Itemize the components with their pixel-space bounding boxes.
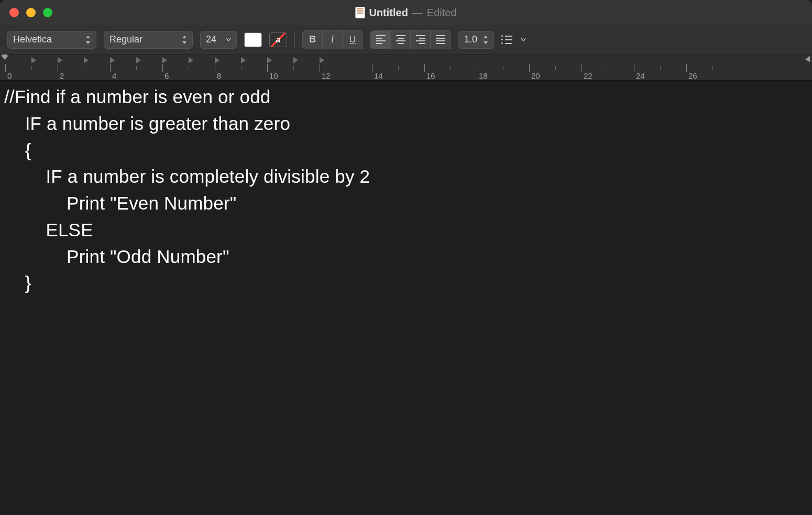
tab-stop-marker[interactable]: [110, 57, 115, 63]
ruler-label: 6: [164, 71, 169, 80]
ruler-tick-major: [529, 64, 530, 72]
align-right-button[interactable]: [411, 31, 431, 49]
ruler-tick-major: [581, 64, 582, 72]
ruler-tab-row: [0, 54, 812, 65]
ruler-tick-major: [372, 64, 372, 72]
ruler-tick-minor: [346, 66, 346, 70]
text-format-group: B I U: [302, 30, 363, 49]
alignment-group: [370, 30, 451, 49]
toolbar-separator: [294, 32, 295, 47]
tab-stop-marker[interactable]: [189, 57, 193, 63]
chevron-updown-icon: [182, 36, 187, 44]
bold-label: B: [309, 34, 316, 45]
list-style-button[interactable]: [501, 35, 526, 44]
highlight-color-button[interactable]: [269, 32, 287, 47]
align-justify-button[interactable]: [431, 31, 451, 49]
ruler-tick-minor: [293, 66, 294, 70]
ruler-tick-minor: [712, 66, 713, 70]
ruler-label: 2: [60, 71, 64, 80]
ruler[interactable]: 02468101214161820222426: [0, 54, 812, 81]
ruler-label: 16: [426, 71, 435, 80]
ruler-tick-major: [686, 64, 687, 72]
tab-stop-marker[interactable]: [293, 57, 298, 63]
ruler-tick-minor: [31, 66, 32, 70]
chevron-down-icon: [521, 38, 526, 42]
tab-stop-marker[interactable]: [215, 57, 220, 63]
ruler-label: 0: [7, 71, 12, 80]
font-style-select[interactable]: Regular: [104, 31, 193, 49]
font-family-select[interactable]: Helvetica: [7, 31, 96, 49]
document-icon: [355, 7, 365, 18]
right-indent-marker[interactable]: [805, 56, 810, 62]
ruler-tick-minor: [555, 66, 556, 70]
title-separator: —: [412, 7, 423, 19]
line-spacing-value: 1.0: [464, 34, 477, 45]
ruler-tick-minor: [398, 66, 399, 70]
align-center-button[interactable]: [391, 31, 411, 49]
text-color-button[interactable]: [244, 32, 262, 47]
ruler-label: 20: [531, 71, 540, 80]
ruler-label: 14: [374, 71, 383, 80]
ruler-label: 18: [479, 71, 488, 80]
ruler-tick-major: [634, 64, 634, 72]
font-family-value: Helvetica: [13, 34, 52, 45]
ruler-ticks: 02468101214161820222426: [0, 65, 812, 80]
tab-stop-marker[interactable]: [320, 57, 324, 63]
tab-stop-marker[interactable]: [267, 57, 272, 63]
list-icon: [501, 35, 512, 44]
ruler-label: 10: [269, 71, 278, 80]
ruler-tick-minor: [84, 66, 84, 70]
align-left-icon: [376, 35, 386, 44]
minimize-window-button[interactable]: [26, 8, 36, 17]
ruler-label: 22: [584, 71, 592, 80]
tab-stop-marker[interactable]: [84, 57, 89, 63]
ruler-label: 8: [217, 71, 221, 80]
chevron-down-icon: [226, 38, 231, 42]
ruler-tick-major: [162, 64, 163, 72]
font-style-value: Regular: [109, 34, 142, 45]
first-line-indent-marker[interactable]: [1, 56, 8, 60]
underline-button[interactable]: U: [343, 31, 363, 49]
document-status: Edited: [427, 7, 457, 19]
document-editor[interactable]: //Find if a number is even or odd IF a n…: [0, 81, 812, 515]
ruler-tick-minor: [189, 66, 189, 70]
tab-stop-marker[interactable]: [136, 57, 141, 63]
ruler-tick-major: [110, 64, 111, 72]
ruler-tick-major: [215, 64, 215, 72]
italic-label: I: [331, 34, 334, 45]
ruler-tick-major: [5, 64, 6, 72]
ruler-tick-major: [320, 64, 320, 72]
align-right-icon: [416, 35, 425, 44]
ruler-label: 24: [636, 71, 645, 80]
traffic-lights: [9, 8, 52, 17]
tab-stop-marker[interactable]: [58, 57, 62, 63]
italic-button[interactable]: I: [323, 31, 343, 49]
ruler-label: 12: [322, 71, 331, 80]
ruler-tick-major: [424, 64, 425, 72]
tab-stop-marker[interactable]: [162, 57, 167, 63]
document-name: Untitled: [369, 7, 408, 19]
maximize-window-button[interactable]: [43, 8, 52, 17]
font-size-value: 24: [206, 34, 216, 45]
font-size-select[interactable]: 24: [200, 31, 237, 49]
ruler-tick-minor: [503, 66, 503, 70]
formatting-toolbar: Helvetica Regular 24 B I U: [0, 25, 812, 54]
ruler-tick-minor: [608, 66, 608, 70]
chevron-updown-icon: [85, 36, 91, 44]
align-left-button[interactable]: [371, 31, 391, 49]
tab-stop-marker[interactable]: [31, 57, 36, 63]
chevron-updown-icon: [483, 36, 488, 44]
align-center-icon: [396, 35, 405, 44]
line-spacing-select[interactable]: 1.0: [458, 31, 494, 49]
close-window-button[interactable]: [9, 8, 19, 17]
underline-label: U: [349, 34, 356, 45]
ruler-tick-minor: [241, 66, 242, 70]
bold-button[interactable]: B: [303, 31, 323, 49]
window-titlebar: Untitled — Edited: [0, 0, 812, 25]
ruler-tick-minor: [451, 66, 451, 70]
ruler-tick-minor: [660, 66, 661, 70]
align-justify-icon: [436, 35, 445, 44]
ruler-tick-minor: [136, 66, 137, 70]
tab-stop-marker[interactable]: [241, 57, 246, 63]
ruler-tick-major: [477, 64, 477, 72]
